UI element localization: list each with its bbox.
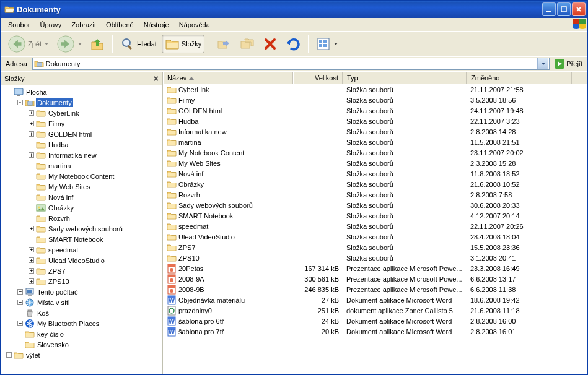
tree-expander[interactable] [27,171,36,181]
views-button[interactable] [313,35,341,53]
menu-item[interactable]: Nápověda [174,20,215,30]
tree-node[interactable]: +výlet [2,350,162,360]
tree-expander[interactable] [27,203,36,212]
address-dropdown[interactable] [537,58,548,69]
tree-node[interactable]: My Web Sites [2,181,162,192]
tree-expander[interactable]: + [27,224,36,233]
tree-expander[interactable]: + [27,108,36,118]
tree-expander[interactable] [15,340,25,349]
tree-expander[interactable]: + [27,256,36,265]
folder-tree[interactable]: Plocha-Dokumenty+CyberLink+Filmy+GOLDEN … [1,85,162,374]
menu-item[interactable]: Nástroje [139,20,174,30]
file-row[interactable]: šablona pro 7tř20 kBDokument aplikace Mi… [163,326,587,337]
tree-node[interactable]: +CyberLink [2,108,162,118]
go-button[interactable]: Přejít [552,58,585,69]
tree-expander[interactable] [27,182,36,191]
file-row[interactable]: CyberLinkSložka souborů21.11.2007 21:58 [163,84,587,95]
tree-expander[interactable]: + [27,277,36,286]
minimize-button[interactable] [542,2,556,16]
up-button[interactable] [87,35,108,53]
tree-expander[interactable] [15,329,25,338]
tree-expander[interactable]: + [27,119,36,128]
search-button[interactable]: Hledat [117,35,160,53]
close-tree-button[interactable]: × [154,74,159,84]
file-row[interactable]: 2008-9A300 561 kBPrezentace aplikace Mic… [163,274,587,284]
tree-node[interactable]: +ZPS10 [2,276,162,287]
tree-expander[interactable] [27,213,36,223]
file-row[interactable]: Sady webových souborůSložka souborů30.6.… [163,200,587,210]
tree-node[interactable]: +Filmy [2,118,162,129]
file-row[interactable]: ZPS10Složka souborů3.1.2008 20:41 [163,252,587,263]
tree-expander[interactable]: + [27,150,36,160]
tree-node[interactable]: +My Bluetooth Places [2,318,162,329]
column-modified[interactable]: Změněno [467,72,572,84]
tree-node[interactable]: +Tento počítač [2,287,162,297]
tree-node[interactable]: Hudba [2,139,162,150]
file-row[interactable]: 2008-9B246 835 kBPrezentace aplikace Mic… [163,284,587,295]
tree-node[interactable]: +speedmat [2,244,162,255]
file-row[interactable]: ObrázkySložka souborů21.6.2008 10:52 [163,179,587,189]
file-row[interactable]: FilmySložka souborů3.5.2008 18:56 [163,95,587,105]
tree-expander[interactable] [27,161,36,170]
tree-node[interactable]: Plocha [2,87,162,97]
file-row[interactable]: šablona pro 6tř24 kBDokument aplikace Mi… [163,316,587,326]
file-row[interactable]: RozvrhSložka souborů2.8.2008 7:58 [163,189,587,200]
delete-button[interactable] [260,35,281,53]
tree-expander[interactable] [15,308,25,317]
file-row[interactable]: SMART NotebookSložka souborů4.12.2007 20… [163,210,587,221]
tree-node[interactable]: -Dokumenty [2,97,162,108]
tree-node[interactable]: +GOLDEN html [2,129,162,139]
tree-expander[interactable]: + [15,298,25,307]
tree-node[interactable]: Rozvrh [2,213,162,223]
file-row[interactable]: Ulead VideoStudioSložka souborů28.4.2008… [163,231,587,242]
tree-expander[interactable]: + [4,350,14,360]
copy-to-button[interactable] [237,35,258,53]
file-row[interactable]: Informatika newSložka souborů2.8.2008 14… [163,126,587,137]
tree-expander[interactable]: + [15,319,25,328]
tree-node[interactable]: SMART Notebook [2,234,162,244]
tree-expander[interactable] [27,235,36,244]
file-list[interactable]: CyberLinkSložka souborů21.11.2007 21:58F… [163,84,587,374]
file-row[interactable]: My Web SitesSložka souborů2.3.2008 15:28 [163,158,587,168]
tree-node[interactable]: Koš [2,308,162,318]
title-bar[interactable]: Dokumenty [1,1,587,18]
tree-expander[interactable] [4,87,14,97]
tree-expander[interactable]: - [15,98,25,107]
tree-node[interactable]: My Notebook Content [2,171,162,181]
menu-item[interactable]: Soubor [3,20,35,30]
tree-expander[interactable]: + [27,266,36,275]
tree-node[interactable]: +Informatika new [2,150,162,160]
file-row[interactable]: My Notebook ContentSložka souborů23.11.2… [163,147,587,158]
column-type[interactable]: Typ [343,72,467,84]
tree-expander[interactable] [27,140,36,149]
file-row[interactable]: prazdniny0251 kBdokument aplikace Zoner … [163,305,587,316]
undo-button[interactable] [283,35,304,53]
tree-node[interactable]: +Místa v síti [2,297,162,308]
tree-expander[interactable]: + [15,287,25,296]
file-row[interactable]: Objednávka materiálu27 kBDokument aplika… [163,295,587,305]
menu-item[interactable]: Úpravy [35,20,66,30]
tree-expander[interactable] [27,192,36,202]
tree-node[interactable]: +Sady webových souborů [2,223,162,234]
tree-expander[interactable]: + [27,245,36,254]
tree-node[interactable]: martina [2,160,162,171]
column-size[interactable]: Velikost [293,72,343,84]
column-name[interactable]: Název [163,72,293,84]
file-row[interactable]: HudbaSložka souborů22.11.2007 3:23 [163,116,587,126]
forward-button[interactable] [53,33,85,55]
address-field[interactable]: Dokumenty [32,58,550,70]
menu-item[interactable]: Zobrazit [66,20,101,30]
move-to-button[interactable] [214,35,235,53]
tree-node[interactable]: +Ulead VideoStudio [2,255,162,265]
tree-expander[interactable]: + [27,129,36,139]
tree-node[interactable]: Obrázky [2,202,162,213]
file-row[interactable]: 20Petas167 314 kBPrezentace aplikace Mic… [163,263,587,274]
file-row[interactable]: speedmatSložka souborů22.11.2007 20:26 [163,221,587,231]
menu-item[interactable]: Oblíbené [101,20,139,30]
tree-node[interactable]: +ZPS7 [2,265,162,276]
tree-node[interactable]: Nová inf [2,192,162,202]
back-button[interactable]: Zpět [4,33,51,55]
tree-node[interactable]: key číslo [2,329,162,339]
file-row[interactable]: GOLDEN htmlSložka souborů24.11.2007 19:4… [163,105,587,116]
file-row[interactable]: martinaSložka souborů11.5.2008 21:51 [163,137,587,147]
